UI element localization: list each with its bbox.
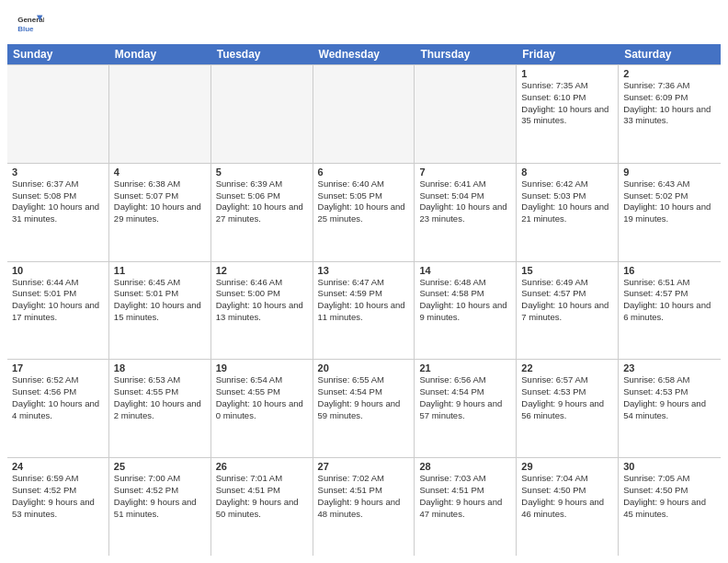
day-number: 2 [623,68,716,79]
day-number: 26 [216,461,308,472]
weekday-header-sunday: Sunday [7,44,109,64]
day-number: 18 [114,362,206,373]
day-info: Sunrise: 6:38 AM Sunset: 5:07 PM Dayligh… [114,178,206,225]
day-number: 20 [318,362,410,373]
calendar-row-0: 1Sunrise: 7:35 AM Sunset: 6:10 PM Daylig… [7,64,721,163]
page: General Blue SundayMondayTuesdayWednesda… [0,0,728,563]
empty-cell [7,65,109,163]
day-info: Sunrise: 6:58 AM Sunset: 4:53 PM Dayligh… [623,374,716,421]
day-info: Sunrise: 7:35 AM Sunset: 6:10 PM Dayligh… [521,80,613,127]
day-cell-13: 13Sunrise: 6:47 AM Sunset: 4:59 PM Dayli… [313,262,415,360]
day-number: 10 [12,265,104,276]
calendar-header: SundayMondayTuesdayWednesdayThursdayFrid… [7,44,721,64]
day-info: Sunrise: 6:52 AM Sunset: 4:56 PM Dayligh… [12,374,104,421]
day-cell-28: 28Sunrise: 7:03 AM Sunset: 4:51 PM Dayli… [415,458,517,556]
day-cell-6: 6Sunrise: 6:40 AM Sunset: 5:05 PM Daylig… [313,164,415,261]
day-number: 9 [623,167,716,178]
day-number: 12 [216,265,308,276]
day-info: Sunrise: 6:39 AM Sunset: 5:06 PM Dayligh… [216,178,308,225]
day-info: Sunrise: 6:48 AM Sunset: 4:58 PM Dayligh… [419,277,511,324]
day-number: 27 [318,461,410,472]
day-info: Sunrise: 6:44 AM Sunset: 5:01 PM Dayligh… [12,277,104,324]
day-info: Sunrise: 6:56 AM Sunset: 4:54 PM Dayligh… [419,374,511,421]
day-cell-4: 4Sunrise: 6:38 AM Sunset: 5:07 PM Daylig… [109,164,211,261]
calendar-body: 1Sunrise: 7:35 AM Sunset: 6:10 PM Daylig… [7,64,721,556]
day-number: 14 [419,265,511,276]
day-number: 11 [114,265,206,276]
empty-cell [313,65,415,163]
day-cell-25: 25Sunrise: 7:00 AM Sunset: 4:52 PM Dayli… [109,458,211,556]
weekday-header-monday: Monday [109,44,211,64]
day-number: 29 [521,461,613,472]
day-number: 1 [521,68,613,79]
day-info: Sunrise: 6:59 AM Sunset: 4:52 PM Dayligh… [12,473,104,520]
header: General Blue [0,0,728,44]
day-number: 21 [419,362,511,373]
day-cell-5: 5Sunrise: 6:39 AM Sunset: 5:06 PM Daylig… [211,164,313,261]
day-number: 19 [216,362,308,373]
calendar-row-1: 3Sunrise: 6:37 AM Sunset: 5:08 PM Daylig… [7,163,721,261]
day-cell-8: 8Sunrise: 6:42 AM Sunset: 5:03 PM Daylig… [517,164,619,261]
day-cell-23: 23Sunrise: 6:58 AM Sunset: 4:53 PM Dayli… [619,360,721,457]
day-number: 8 [521,167,613,178]
day-info: Sunrise: 7:04 AM Sunset: 4:50 PM Dayligh… [521,473,613,520]
weekday-header-thursday: Thursday [415,44,517,64]
weekday-header-saturday: Saturday [619,44,721,64]
day-info: Sunrise: 6:57 AM Sunset: 4:53 PM Dayligh… [521,374,613,421]
day-number: 3 [12,167,104,178]
day-cell-17: 17Sunrise: 6:52 AM Sunset: 4:56 PM Dayli… [7,360,109,457]
day-number: 25 [114,461,206,472]
day-info: Sunrise: 7:03 AM Sunset: 4:51 PM Dayligh… [419,473,511,520]
day-cell-7: 7Sunrise: 6:41 AM Sunset: 5:04 PM Daylig… [415,164,517,261]
svg-text:Blue: Blue [17,25,34,33]
day-cell-11: 11Sunrise: 6:45 AM Sunset: 5:01 PM Dayli… [109,262,211,360]
day-number: 16 [623,265,716,276]
day-cell-24: 24Sunrise: 6:59 AM Sunset: 4:52 PM Dayli… [7,458,109,556]
day-info: Sunrise: 6:40 AM Sunset: 5:05 PM Dayligh… [318,178,410,225]
day-number: 24 [12,461,104,472]
calendar-row-2: 10Sunrise: 6:44 AM Sunset: 5:01 PM Dayli… [7,261,721,360]
day-cell-30: 30Sunrise: 7:05 AM Sunset: 4:50 PM Dayli… [619,458,721,556]
day-cell-14: 14Sunrise: 6:48 AM Sunset: 4:58 PM Dayli… [415,262,517,360]
logo-icon: General Blue [15,9,44,39]
day-info: Sunrise: 7:02 AM Sunset: 4:51 PM Dayligh… [318,473,410,520]
empty-cell [415,65,517,163]
day-info: Sunrise: 6:45 AM Sunset: 5:01 PM Dayligh… [114,277,206,324]
day-number: 17 [12,362,104,373]
day-cell-3: 3Sunrise: 6:37 AM Sunset: 5:08 PM Daylig… [7,164,109,261]
empty-cell [109,65,211,163]
day-cell-9: 9Sunrise: 6:43 AM Sunset: 5:02 PM Daylig… [619,164,721,261]
day-info: Sunrise: 6:42 AM Sunset: 5:03 PM Dayligh… [521,178,613,225]
day-cell-21: 21Sunrise: 6:56 AM Sunset: 4:54 PM Dayli… [415,360,517,457]
day-cell-16: 16Sunrise: 6:51 AM Sunset: 4:57 PM Dayli… [619,262,721,360]
day-cell-26: 26Sunrise: 7:01 AM Sunset: 4:51 PM Dayli… [211,458,313,556]
day-number: 4 [114,167,206,178]
day-number: 7 [419,167,511,178]
day-info: Sunrise: 7:36 AM Sunset: 6:09 PM Dayligh… [623,80,716,127]
day-info: Sunrise: 7:01 AM Sunset: 4:51 PM Dayligh… [216,473,308,520]
day-cell-2: 2Sunrise: 7:36 AM Sunset: 6:09 PM Daylig… [619,65,721,163]
day-info: Sunrise: 7:00 AM Sunset: 4:52 PM Dayligh… [114,473,206,520]
day-cell-10: 10Sunrise: 6:44 AM Sunset: 5:01 PM Dayli… [7,262,109,360]
calendar-row-4: 24Sunrise: 6:59 AM Sunset: 4:52 PM Dayli… [7,457,721,556]
day-info: Sunrise: 6:43 AM Sunset: 5:02 PM Dayligh… [623,178,716,225]
day-cell-1: 1Sunrise: 7:35 AM Sunset: 6:10 PM Daylig… [517,65,619,163]
calendar: SundayMondayTuesdayWednesdayThursdayFrid… [0,44,728,563]
day-cell-19: 19Sunrise: 6:54 AM Sunset: 4:55 PM Dayli… [211,360,313,457]
calendar-row-3: 17Sunrise: 6:52 AM Sunset: 4:56 PM Dayli… [7,359,721,457]
logo: General Blue [15,9,48,39]
day-cell-20: 20Sunrise: 6:55 AM Sunset: 4:54 PM Dayli… [313,360,415,457]
weekday-header-tuesday: Tuesday [211,44,313,64]
day-info: Sunrise: 6:49 AM Sunset: 4:57 PM Dayligh… [521,277,613,324]
day-number: 6 [318,167,410,178]
day-cell-12: 12Sunrise: 6:46 AM Sunset: 5:00 PM Dayli… [211,262,313,360]
day-number: 28 [419,461,511,472]
day-cell-18: 18Sunrise: 6:53 AM Sunset: 4:55 PM Dayli… [109,360,211,457]
weekday-header-friday: Friday [517,44,619,64]
day-info: Sunrise: 6:51 AM Sunset: 4:57 PM Dayligh… [623,277,716,324]
day-info: Sunrise: 6:47 AM Sunset: 4:59 PM Dayligh… [318,277,410,324]
day-cell-15: 15Sunrise: 6:49 AM Sunset: 4:57 PM Dayli… [517,262,619,360]
day-number: 13 [318,265,410,276]
day-cell-22: 22Sunrise: 6:57 AM Sunset: 4:53 PM Dayli… [517,360,619,457]
day-number: 22 [521,362,613,373]
